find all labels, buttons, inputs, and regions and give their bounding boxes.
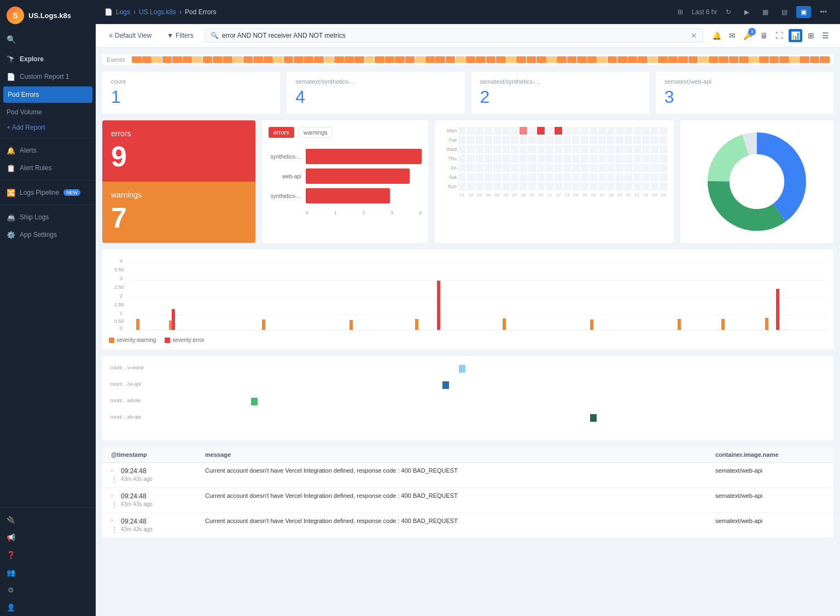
list-button[interactable]: ☰ [820,29,831,42]
y-label-05: 0.50 [114,318,124,324]
log-container-0: sematext/web-api [715,467,825,474]
stat-value-0: 1 [111,87,271,107]
divider-3 [0,205,96,205]
sidebar-help[interactable]: ❓ [0,546,96,563]
sidebar-item-alerts[interactable]: 🔔 Alerts [0,142,96,159]
expand-icon[interactable]: › [111,492,118,498]
event-block [617,56,627,63]
default-view-button[interactable]: ≡ Default View [104,30,156,42]
layout-cols-button[interactable]: ▤ [777,6,792,18]
event-block [779,56,789,63]
chart-button[interactable]: 📊 [789,29,802,42]
log-timestamp-1: 09:24:48 43m 43s ago [121,492,153,507]
search-clear-button[interactable]: ✕ [691,31,697,40]
log-ago-2: 43m 43s ago [121,526,153,532]
log-time-1: 09:24:48 [121,492,153,500]
more-icon[interactable]: ⋮ [111,526,118,533]
chart-tab-errors[interactable]: errors [269,127,294,138]
filters-label: Filters [176,32,194,39]
stats-row: count 1 sematext/synthetics-... 4 semate… [102,72,833,114]
sidebar-item-ship-logs[interactable]: 🚢 Ship Logs [0,208,96,226]
heatmap-hours: 0102030405060708091011121314151617181920… [441,193,667,197]
sidebar-search[interactable]: 🔍 [0,31,96,48]
add-report-button[interactable]: + Add Report [0,120,96,135]
log-timestamp-0: 09:24:48 43m 43s ago [121,467,153,482]
sidebar-item-custom-report[interactable]: 📄 Custom Report 1 [0,68,96,85]
grid-view-button[interactable]: ⊞ [673,6,687,18]
event-block [456,56,465,63]
sidebar-settings[interactable]: ⚙ [0,581,96,598]
pod-volume-label: Pod Volume [7,108,42,116]
stat-label-2: sematext/synthetics-... [480,78,640,85]
heatmap-row-tue: Tue [441,136,667,144]
event-block [820,56,830,63]
mail-button[interactable]: ✉ [727,29,738,42]
event-block [284,56,294,63]
sidebar-item-alert-rules[interactable]: 📋 Alert Rules [0,159,96,177]
day-mon: Mon [441,128,457,133]
log-message-2: Current account doesn't have Vercel Inte… [205,518,709,524]
bar-error-1 [172,309,175,330]
log-time-0: 09:24:48 [121,467,153,475]
errors-label: errors [111,129,247,138]
bubble-3 [251,398,258,405]
event-block [608,56,617,63]
sidebar-integrations[interactable]: 🔌 [0,511,96,528]
sidebar-alerts-bottom[interactable]: 📢 [0,528,96,546]
stat-value-3: 3 [664,87,825,107]
alerts-icon: 🔔 [7,146,15,155]
ship-logs-icon: 🚢 [7,213,15,222]
sidebar-item-pod-volume[interactable]: Pod Volume [0,104,96,120]
bar-label-0: synthetics-... [269,154,301,160]
toolbar: ≡ Default View ▼ Filters 🔍 ✕ 🔔 ✉ 🔑 3 🖥 ⛶… [96,24,840,48]
sidebar-item-logs-pipeline[interactable]: 🔀 Logs Pipeline NEW [0,184,96,201]
monitor-button[interactable]: 🖥 [758,29,770,42]
event-block [466,56,476,63]
filters-button[interactable]: ▼ Filters [162,30,198,42]
bell-button[interactable]: 🔔 [710,29,724,42]
day-tue: Tue [441,137,457,143]
expand-icon[interactable]: › [111,518,118,524]
bar-chart-card: errors warnings synthetics-... web-api s… [262,120,428,243]
chart-tab-warnings[interactable]: warnings [299,127,332,138]
more-icon[interactable]: ⋮ [111,475,118,483]
refresh-button[interactable]: ↻ [721,6,736,18]
breadcrumb-logs[interactable]: Logs [116,8,130,16]
sidebar-item-pod-errors[interactable]: Pod Errors [3,86,92,103]
sidebar-team[interactable]: 👥 [0,563,96,581]
sidebar-item-explore[interactable]: 🔭 Explore [0,50,96,68]
more-button[interactable]: ••• [815,6,831,18]
expand-button[interactable]: ⛶ [773,29,785,42]
event-block [638,56,648,63]
breadcrumb-app[interactable]: US.Logs.k8s [139,8,176,16]
y-label-35: 3.50 [114,267,124,272]
event-block [587,56,597,63]
layout-active-button[interactable]: ▣ [796,6,811,18]
table-button[interactable]: ⊞ [806,29,816,42]
day-thu: Thu [441,156,457,161]
warning-dot [109,338,114,343]
play-button[interactable]: ▶ [740,6,754,18]
event-block [152,56,162,63]
event-block [496,56,506,63]
event-block [273,56,283,63]
search-input[interactable] [222,32,687,39]
warnings-value: 7 [111,204,247,232]
event-block [476,56,486,63]
event-block [435,56,445,63]
event-block [365,56,375,63]
error-legend-label: severity:error [172,337,204,343]
notification-badge: 3 [748,28,756,36]
explore-icon: 🔭 [7,55,15,63]
expand-icon[interactable]: › [111,467,118,473]
sidebar-user[interactable]: 👤 [0,598,96,616]
sidebar-item-app-settings[interactable]: ⚙️ App Settings [0,226,96,243]
layout-grid-button[interactable]: ▦ [758,6,773,18]
bar-row-1: web-api [269,168,422,184]
warning-legend-label: severity:warning [116,337,156,343]
key-button[interactable]: 🔑 3 [741,29,755,42]
more-icon[interactable]: ⋮ [111,501,118,508]
event-block [172,56,182,63]
search-icon[interactable]: 🔍 [7,35,89,44]
error-warning-card: errors 9 warnings 7 [102,120,255,243]
